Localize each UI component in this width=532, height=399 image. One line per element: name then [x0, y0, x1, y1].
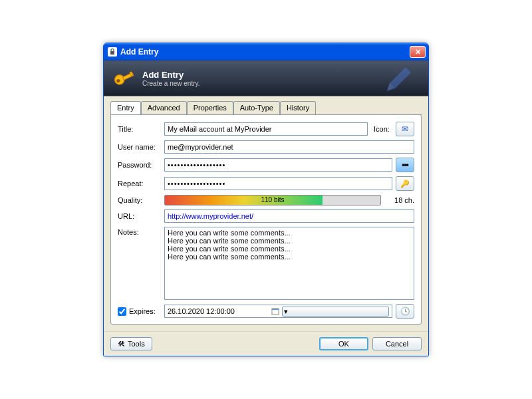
quality-bits: 110 bits: [261, 196, 284, 203]
tools-button[interactable]: 🛠 Tools: [110, 337, 152, 350]
key-icon: [112, 66, 136, 90]
reveal-password-button[interactable]: •••: [396, 158, 414, 172]
generate-password-button[interactable]: 🔑: [396, 176, 414, 191]
username-input[interactable]: [164, 140, 414, 154]
lock-icon: [108, 47, 117, 57]
add-entry-window: Add Entry ✕ Add Entry Create a new entry…: [103, 43, 429, 356]
char-count: 18 ch.: [381, 196, 414, 204]
tab-panel-entry: Title: Icon: ✉ User name: Password: •••: [110, 114, 422, 325]
header-title: Add Entry: [142, 70, 200, 80]
mail-icon: ✉: [402, 124, 408, 134]
calendar-icon: [271, 307, 279, 315]
notes-label: Notes:: [118, 227, 164, 300]
password-label: Password:: [118, 161, 164, 169]
notes-textarea[interactable]: [164, 227, 414, 300]
pencil-watermark-icon: [383, 65, 415, 96]
tab-properties[interactable]: Properties: [187, 101, 233, 114]
close-button[interactable]: ✕: [410, 46, 426, 58]
expires-checkbox[interactable]: [118, 307, 126, 316]
icon-label: Icon:: [371, 125, 392, 133]
titlebar[interactable]: Add Entry ✕: [104, 43, 428, 61]
icon-picker-button[interactable]: ✉: [396, 122, 414, 136]
url-input[interactable]: [164, 209, 414, 223]
tab-strip: Entry Advanced Properties Auto-Type Hist…: [110, 101, 422, 115]
quality-label: Quality:: [118, 196, 164, 204]
clock-icon: 🕓: [400, 307, 410, 316]
tab-history[interactable]: History: [280, 101, 316, 114]
repeat-input[interactable]: [164, 177, 392, 190]
quality-meter: 110 bits: [164, 195, 381, 205]
tab-entry[interactable]: Entry: [110, 101, 141, 114]
header-banner: Add Entry Create a new entry.: [104, 61, 428, 96]
url-label: URL:: [118, 212, 164, 220]
svg-rect-0: [110, 51, 114, 55]
svg-rect-6: [272, 309, 279, 310]
window-title: Add Entry: [120, 47, 410, 57]
expires-label: Expires:: [129, 307, 164, 315]
tools-label: Tools: [128, 340, 145, 348]
tab-advanced[interactable]: Advanced: [141, 101, 187, 114]
tab-auto-type[interactable]: Auto-Type: [233, 101, 280, 114]
expires-preset-button[interactable]: 🕓: [396, 304, 414, 319]
expires-datetime-picker[interactable]: 26.10.2020 12:00:00 ▾: [164, 305, 392, 318]
title-input[interactable]: [164, 122, 368, 136]
header-subtitle: Create a new entry.: [142, 80, 200, 87]
ok-button[interactable]: OK: [319, 337, 368, 350]
key-gen-icon: 🔑: [400, 180, 410, 188]
cancel-button[interactable]: Cancel: [372, 337, 422, 350]
password-input[interactable]: [164, 158, 392, 172]
username-label: User name:: [118, 143, 164, 151]
expires-value: 26.10.2020 12:00:00: [168, 307, 271, 315]
svg-point-2: [116, 78, 120, 82]
dots-icon: •••: [402, 160, 408, 170]
chevron-down-icon[interactable]: ▾: [282, 307, 390, 317]
repeat-label: Repeat:: [118, 180, 164, 188]
dialog-footer: 🛠 Tools OK Cancel: [104, 331, 428, 356]
tools-icon: 🛠: [118, 340, 125, 348]
title-label: Title:: [118, 125, 164, 133]
